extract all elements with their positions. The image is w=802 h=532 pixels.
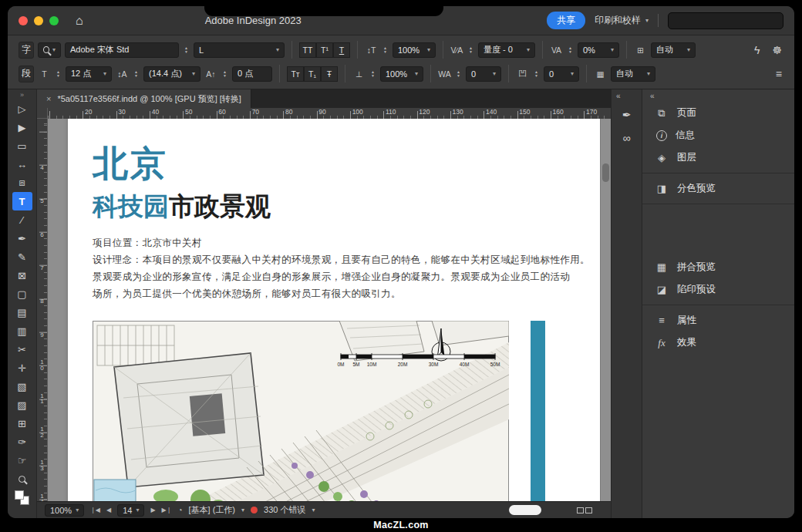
pencil-tool[interactable]: ✎ <box>12 247 32 266</box>
strikethrough-button[interactable]: Ŧ <box>321 66 338 82</box>
baseline-shift-field[interactable]: 0 点 <box>232 66 272 82</box>
direct-selection-tool[interactable]: ▶ <box>12 118 32 136</box>
panel-collapse-icon[interactable]: « <box>642 91 794 102</box>
close-window-button[interactable] <box>19 16 28 25</box>
previous-page-button[interactable]: ◀ <box>106 507 111 513</box>
panel-item-pages[interactable]: ⧉ 页面 <box>642 102 794 124</box>
vertical-scrollbar-thumb[interactable] <box>602 163 609 182</box>
pan​el-item-separations-preview[interactable]: ◨ 分色预览 <box>642 177 794 200</box>
panel-item-effects[interactable]: fx 效果 <box>642 332 794 354</box>
paragraph-formatting-toggle[interactable]: 段 <box>19 66 34 82</box>
font-style-field[interactable]: L <box>194 42 285 58</box>
rectangle-frame-tool[interactable]: ⊠ <box>12 266 32 285</box>
subscript-button[interactable]: T₁ <box>304 66 321 82</box>
zoom-tool[interactable] <box>12 470 32 488</box>
vertical-scale-field[interactable]: 100% <box>393 42 436 58</box>
first-page-button[interactable]: ❘◀ <box>90 507 100 513</box>
horizontal-scale-field[interactable]: 100% <box>380 66 423 82</box>
hand-tool[interactable]: ☞ <box>12 451 32 470</box>
vertical-scrollbar[interactable] <box>600 119 611 501</box>
ruler-origin-box[interactable] <box>37 108 48 119</box>
gradient-tool[interactable]: ▧ <box>12 377 32 396</box>
page-tool[interactable]: ▭ <box>12 136 32 155</box>
horizontal-scrollbar-thumb[interactable] <box>509 505 541 515</box>
leading-field[interactable]: (14.4 点) <box>143 66 200 82</box>
underline-button[interactable]: T <box>333 42 350 58</box>
selection-tool[interactable]: ▷ <box>12 99 32 118</box>
proportional-spacing-stepper[interactable] <box>567 46 574 54</box>
panel-menu-icon[interactable]: ≡ <box>776 68 782 80</box>
line-tool[interactable]: ∕ <box>12 210 32 229</box>
wa-spacing-field[interactable]: 0 <box>466 66 501 82</box>
workspace-menu[interactable]: 印刷和校样 ▾ <box>595 14 659 27</box>
next-page-button[interactable]: ▶ <box>150 507 155 513</box>
zoom-window-button[interactable] <box>49 16 59 25</box>
links-panel-icon[interactable]: ∞ <box>617 128 637 148</box>
chevron-down-icon[interactable]: ▾ <box>312 507 315 513</box>
error-count-label[interactable]: 330 个错误 <box>264 504 305 516</box>
font-search-icon[interactable] <box>38 42 61 58</box>
grid-count-field-2[interactable]: 自动 <box>611 66 655 82</box>
small-caps-button[interactable]: Tт <box>287 66 304 82</box>
pen-tool[interactable]: ✒ <box>12 229 32 247</box>
document-canvas[interactable]: 北京 科技园市政景观 项目位置：北京市中关村 设计理念：本项目的景观不仅要融入中… <box>37 119 611 501</box>
kerning-stepper[interactable] <box>467 46 474 54</box>
last-page-button[interactable]: ▶❘ <box>162 507 172 513</box>
type-tool[interactable]: T <box>12 192 32 210</box>
font-family-field[interactable]: Adobe 宋体 Std <box>65 42 179 58</box>
dock-collapse-icon[interactable]: « <box>612 91 621 102</box>
aki-spacing-icon: 凹 <box>516 69 529 79</box>
scale-label: 30M <box>429 362 439 367</box>
content-collector-tool[interactable]: ⧈ <box>12 173 32 192</box>
scissors-tool[interactable]: ✂ <box>12 340 32 359</box>
chevron-down-icon[interactable]: ▾ <box>241 507 244 513</box>
zoom-level-field[interactable]: 100% <box>45 504 84 517</box>
font-size-field[interactable]: 12 点 <box>66 66 112 82</box>
aki-spacing-field[interactable]: 0 <box>544 66 579 82</box>
close-tab-icon[interactable]: × <box>46 94 51 103</box>
gap-tool[interactable]: ↔ <box>12 155 32 173</box>
aki-spacing-stepper[interactable] <box>533 70 540 78</box>
share-button[interactable]: 共享 <box>547 12 585 29</box>
baseline-shift-stepper[interactable] <box>221 70 228 78</box>
font-size-stepper[interactable] <box>55 70 62 78</box>
stroke-panel-icon[interactable]: ✒ <box>617 105 637 125</box>
horizontal-grid-tool[interactable]: ▤ <box>12 303 32 322</box>
note-tool[interactable]: ⊞ <box>12 414 32 433</box>
quick-apply-icon[interactable]: ϟ <box>754 44 760 56</box>
panel-item-attributes[interactable]: ≡ 属性 <box>642 309 794 332</box>
leading-stepper[interactable] <box>133 70 140 78</box>
vertical-grid-tool[interactable]: ▥ <box>12 322 32 340</box>
rectangle-tool[interactable]: ▢ <box>12 285 32 303</box>
minimize-window-button[interactable] <box>34 16 43 25</box>
font-family-stepper[interactable] <box>183 46 190 54</box>
gear-icon[interactable]: ☸ <box>772 44 782 56</box>
home-icon[interactable]: ⌂ <box>76 14 83 28</box>
panel-item-layers[interactable]: ◈ 图层 <box>642 146 794 169</box>
wa-spacing-stepper[interactable] <box>455 70 462 78</box>
panel-item-flattener-preview[interactable]: ▦ 拼合预览 <box>642 256 794 278</box>
character-formatting-toggle[interactable]: 字 <box>19 42 34 59</box>
ruler-label: 150 <box>517 108 551 119</box>
preflight-profile-label[interactable]: [基本] (工作) <box>189 504 236 516</box>
spread-view-icon[interactable] <box>577 507 592 513</box>
free-transform-tool[interactable]: ✛ <box>12 359 32 377</box>
toolbar-collapse-icon[interactable]: » <box>20 90 24 99</box>
kerning-icon: V∕A <box>450 45 463 55</box>
document-tab[interactable]: × *5a05117e3566f.indd @ 100% [GPU 预览] [转… <box>37 89 251 108</box>
panel-item-trap-presets[interactable]: ◪ 陷印预设 <box>642 278 794 301</box>
eyedropper-tool[interactable]: ✑ <box>12 433 32 451</box>
preflight-status-icon[interactable]: ◔ <box>177 506 182 514</box>
horizontal-scale-stepper[interactable] <box>369 70 376 78</box>
grid-count-field-1[interactable]: 自动 <box>651 42 696 58</box>
proportional-spacing-field[interactable]: 0% <box>578 42 619 58</box>
superscript-button[interactable]: T¹ <box>316 42 333 58</box>
gradient-feather-tool[interactable]: ▨ <box>12 396 32 414</box>
panel-item-info[interactable]: i 信息 <box>642 124 794 146</box>
kerning-field[interactable]: 量度 - 0 <box>478 42 535 58</box>
page-number-field[interactable]: 14 <box>117 504 144 517</box>
search-input[interactable] <box>668 12 783 29</box>
all-caps-button[interactable]: TT <box>299 42 316 58</box>
fill-stroke-swatches[interactable] <box>15 490 30 506</box>
vertical-scale-stepper[interactable] <box>382 46 389 54</box>
